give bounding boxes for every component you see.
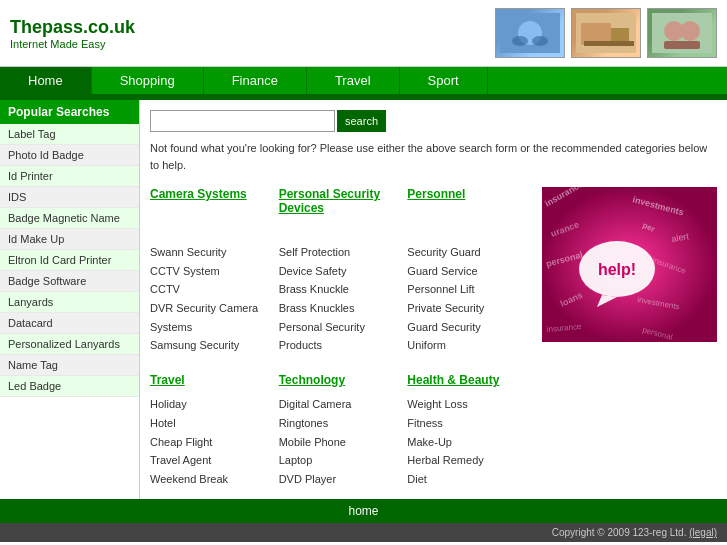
cat-items-tech: Digital Camera Ringtones Mobile Phone La… bbox=[279, 395, 408, 488]
cat-item[interactable]: Guard Security bbox=[407, 318, 526, 337]
nav-item-sport[interactable]: Sport bbox=[400, 67, 488, 94]
nav-item-home[interactable]: Home bbox=[0, 67, 92, 94]
logo-area: Thepass.co.uk Internet Made Easy bbox=[10, 17, 135, 50]
content: search Not found what you're looking for… bbox=[140, 100, 727, 499]
cat-item[interactable]: Guard Service bbox=[407, 262, 526, 281]
sidebar-header: Popular Searches bbox=[0, 100, 139, 124]
nav-item-shopping[interactable]: Shopping bbox=[92, 67, 204, 94]
cat-items-personal: Self Protection Device Safety Brass Knuc… bbox=[279, 243, 408, 355]
header: Thepass.co.uk Internet Made Easy bbox=[0, 0, 727, 67]
cat-item[interactable]: Personnel Lift bbox=[407, 280, 526, 299]
nav-item-finance[interactable]: Finance bbox=[204, 67, 307, 94]
cat-item[interactable]: Travel Agent bbox=[150, 451, 269, 470]
footer-copyright: Copyright © 2009 123-reg Ltd. bbox=[552, 527, 687, 538]
cat-col-tech: Technology bbox=[279, 373, 408, 391]
cat-item[interactable]: Uniform bbox=[407, 336, 526, 355]
cat-col-health: Health & Beauty bbox=[407, 373, 536, 391]
cat-items-row1: Swann Security CCTV System CCTV DVR Secu… bbox=[150, 243, 536, 355]
main-content: Camera Systems Personal Security Devices… bbox=[150, 187, 536, 489]
sidebar-item[interactable]: Datacard bbox=[0, 313, 139, 334]
cat-item[interactable]: Diet bbox=[407, 470, 526, 489]
cat-item[interactable]: Digital Camera bbox=[279, 395, 398, 414]
cat-item[interactable]: Mobile Phone bbox=[279, 433, 398, 452]
cat-items-personnel: Security Guard Guard Service Personnel L… bbox=[407, 243, 536, 355]
cat-items-health: Weight Loss Fitness Make-Up Herbal Remed… bbox=[407, 395, 536, 488]
cat-item[interactable]: Self Protection bbox=[279, 243, 398, 262]
sidebar-item[interactable]: Photo Id Badge bbox=[0, 145, 139, 166]
cat-item[interactable]: DVR Security Camera Systems bbox=[150, 299, 269, 336]
sidebar-item[interactable]: Label Tag bbox=[0, 124, 139, 145]
cat-item[interactable]: Device Safety bbox=[279, 262, 398, 281]
cat-item[interactable]: Laptop bbox=[279, 451, 398, 470]
cat-titles-row2: Travel Technology Health & Beauty bbox=[150, 373, 536, 391]
footer-bottom: Copyright © 2009 123-reg Ltd. (legal) bbox=[0, 523, 727, 542]
cat-items-row2: Holiday Hotel Cheap Flight Travel Agent … bbox=[150, 395, 536, 488]
search-bar: search bbox=[150, 110, 717, 132]
nav: Home Shopping Finance Travel Sport bbox=[0, 67, 727, 94]
svg-rect-7 bbox=[584, 41, 634, 46]
svg-point-10 bbox=[680, 21, 700, 41]
logo-title: Thepass.co.uk bbox=[10, 17, 135, 38]
cat-item[interactable]: Cheap Flight bbox=[150, 433, 269, 452]
content-row: Camera Systems Personal Security Devices… bbox=[150, 187, 717, 489]
cat-col-personnel: Personnel bbox=[407, 187, 536, 233]
nav-item-travel[interactable]: Travel bbox=[307, 67, 400, 94]
cat-item[interactable]: CCTV System bbox=[150, 262, 269, 281]
footer-home-link[interactable]: home bbox=[348, 504, 378, 518]
sidebar-item[interactable]: Badge Software bbox=[0, 271, 139, 292]
sidebar: Popular Searches Label TagPhoto Id Badge… bbox=[0, 100, 140, 499]
cat-title-tech[interactable]: Technology bbox=[279, 373, 398, 387]
cat-title-personnel[interactable]: Personnel bbox=[407, 187, 526, 201]
main: Popular Searches Label TagPhoto Id Badge… bbox=[0, 100, 727, 499]
svg-rect-11 bbox=[664, 41, 700, 49]
search-input[interactable] bbox=[150, 110, 335, 132]
cat-item[interactable]: Ringtones bbox=[279, 414, 398, 433]
cat-item[interactable]: Make-Up bbox=[407, 433, 526, 452]
cat-item[interactable]: CCTV bbox=[150, 280, 269, 299]
cat-title-health[interactable]: Health & Beauty bbox=[407, 373, 526, 387]
cat-section-personal: Personal Security Devices bbox=[279, 187, 398, 215]
cat-item[interactable]: Private Security bbox=[407, 299, 526, 318]
cat-item[interactable]: Herbal Remedy bbox=[407, 451, 526, 470]
cat-items-travel: Holiday Hotel Cheap Flight Travel Agent … bbox=[150, 395, 279, 488]
sidebar-item[interactable]: Badge Magnetic Name bbox=[0, 208, 139, 229]
cat-item[interactable]: Holiday bbox=[150, 395, 269, 414]
cat-item[interactable]: Weekend Break bbox=[150, 470, 269, 489]
cat-item[interactable]: Swann Security bbox=[150, 243, 269, 262]
sidebar-item[interactable]: Lanyards bbox=[0, 292, 139, 313]
header-image-2 bbox=[571, 8, 641, 58]
sidebar-item[interactable]: Id Make Up bbox=[0, 229, 139, 250]
ad-image: insurance investments urance per alert p… bbox=[542, 187, 717, 489]
cat-item[interactable]: Samsung Security bbox=[150, 336, 269, 355]
search-button[interactable]: search bbox=[337, 110, 386, 132]
cat-item[interactable]: Brass Knuckle bbox=[279, 280, 398, 299]
sidebar-item[interactable]: Led Badge bbox=[0, 376, 139, 397]
search-help: Not found what you're looking for? Pleas… bbox=[150, 140, 717, 173]
svg-text:help!: help! bbox=[598, 261, 636, 278]
cat-item[interactable]: DVD Player bbox=[279, 470, 398, 489]
cat-item[interactable]: Security Guard bbox=[407, 243, 526, 262]
ad-box: insurance investments urance per alert p… bbox=[542, 187, 717, 342]
sidebar-items: Label TagPhoto Id BadgeId PrinterIDSBadg… bbox=[0, 124, 139, 397]
cat-section-personnel: Personnel bbox=[407, 187, 526, 201]
cat-item[interactable]: Fitness bbox=[407, 414, 526, 433]
cat-title-travel[interactable]: Travel bbox=[150, 373, 269, 387]
cat-item[interactable]: Personal Security Products bbox=[279, 318, 398, 355]
header-image-3 bbox=[647, 8, 717, 58]
cat-col-personal: Personal Security Devices bbox=[279, 187, 408, 233]
cat-item[interactable]: Hotel bbox=[150, 414, 269, 433]
sidebar-item[interactable]: IDS bbox=[0, 187, 139, 208]
cat-section-camera: Camera Systems bbox=[150, 187, 269, 201]
cat-item[interactable]: Weight Loss bbox=[407, 395, 526, 414]
sidebar-item[interactable]: Name Tag bbox=[0, 355, 139, 376]
svg-point-3 bbox=[532, 36, 548, 46]
cat-title-personal[interactable]: Personal Security Devices bbox=[279, 187, 398, 215]
cat-col-camera: Camera Systems bbox=[150, 187, 279, 233]
sidebar-item[interactable]: Id Printer bbox=[0, 166, 139, 187]
sidebar-item[interactable]: Eltron Id Card Printer bbox=[0, 250, 139, 271]
sidebar-item[interactable]: Personalized Lanyards bbox=[0, 334, 139, 355]
footer-legal-link[interactable]: (legal) bbox=[689, 527, 717, 538]
cat-title-camera[interactable]: Camera Systems bbox=[150, 187, 269, 201]
cat-item[interactable]: Brass Knuckles bbox=[279, 299, 398, 318]
svg-point-2 bbox=[512, 36, 528, 46]
